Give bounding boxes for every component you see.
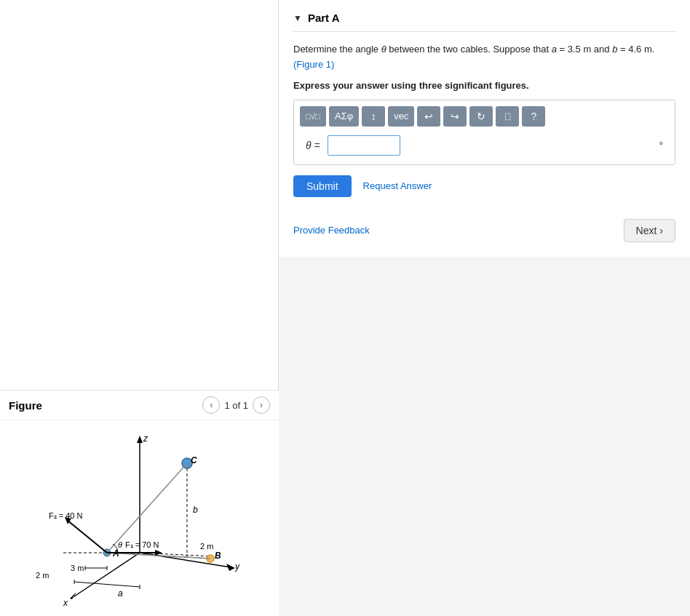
problem-text-determine: Determine the angle θ between the two ca… (293, 44, 654, 55)
problem-container: ▼ Part A Determine the angle θ between t… (279, 0, 690, 257)
bottom-bar: Provide Feedback Next › (293, 219, 675, 242)
figure-header: Figure ‹ 1 of 1 › (0, 390, 279, 420)
degree-symbol: ° (659, 140, 663, 151)
figure-nav: ‹ 1 of 1 › (202, 396, 270, 414)
vector-button[interactable]: vec (388, 106, 414, 127)
svg-text:B: B (215, 551, 221, 561)
figure-count: 1 of 1 (224, 400, 248, 411)
svg-text:θ: θ (118, 540, 122, 549)
svg-text:2 m: 2 m (36, 571, 49, 580)
figure-diagram: z y x A C (5, 425, 274, 611)
svg-text:x: x (63, 598, 68, 608)
svg-text:b: b (193, 505, 198, 515)
math-input-area: □√□ ΑΣφ ↕ vec ↩ ↪ ↻ ⎕ ? θ = ° (293, 100, 675, 165)
greek-symbol-button[interactable]: ΑΣφ (329, 106, 359, 127)
svg-text:C: C (191, 455, 197, 465)
figure-link[interactable]: (Figure 1) (293, 59, 334, 70)
svg-text:3 m: 3 m (71, 564, 84, 572)
action-row: Submit Request Answer (293, 175, 675, 197)
svg-text:a: a (118, 588, 123, 599)
figure-title: Figure (9, 399, 42, 412)
next-figure-button[interactable]: › (253, 396, 270, 414)
math-toolbar: □√□ ΑΣφ ↕ vec ↩ ↪ ↻ ⎕ ? (300, 106, 669, 127)
supersubscript-button[interactable]: ↕ (362, 106, 385, 127)
submit-button[interactable]: Submit (293, 175, 352, 197)
help-button[interactable]: ? (522, 106, 545, 127)
undo-button[interactable]: ↩ (417, 106, 440, 127)
next-button[interactable]: Next › (624, 219, 675, 242)
svg-text:F₂ = 40 N: F₂ = 40 N (49, 511, 83, 520)
figure-section: Figure ‹ 1 of 1 › z y (0, 390, 279, 616)
collapse-arrow-icon[interactable]: ▼ (293, 13, 302, 23)
provide-feedback-link[interactable]: Provide Feedback (293, 225, 370, 236)
next-button-label: Next (636, 225, 657, 236)
problem-text: Determine the angle θ between the two ca… (293, 42, 675, 73)
math-symbol-button[interactable]: □√□ (300, 106, 326, 127)
figure-canvas: z y x A C (0, 420, 279, 616)
left-panel: Figure ‹ 1 of 1 › z y (0, 0, 279, 616)
next-chevron-icon: › (659, 225, 663, 236)
svg-text:y: y (234, 561, 240, 572)
request-answer-link[interactable]: Request Answer (363, 180, 432, 191)
keyboard-button[interactable]: ⎕ (496, 106, 519, 127)
svg-text:F₁ = 70 N: F₁ = 70 N (125, 540, 159, 549)
express-text: Express your answer using three signific… (293, 80, 675, 91)
svg-text:z: z (143, 433, 148, 444)
redo-button[interactable]: ↪ (443, 106, 467, 127)
theta-input[interactable] (328, 135, 400, 156)
part-title: Part A (308, 12, 340, 24)
right-panel: ▼ Part A Determine the angle θ between t… (279, 0, 690, 616)
math-label: θ = (306, 140, 320, 151)
math-input-row: θ = ° (300, 132, 669, 159)
refresh-button[interactable]: ↻ (469, 106, 493, 127)
svg-text:2 m: 2 m (200, 542, 213, 551)
prev-figure-button[interactable]: ‹ (202, 396, 220, 414)
part-header: ▼ Part A (293, 12, 675, 32)
